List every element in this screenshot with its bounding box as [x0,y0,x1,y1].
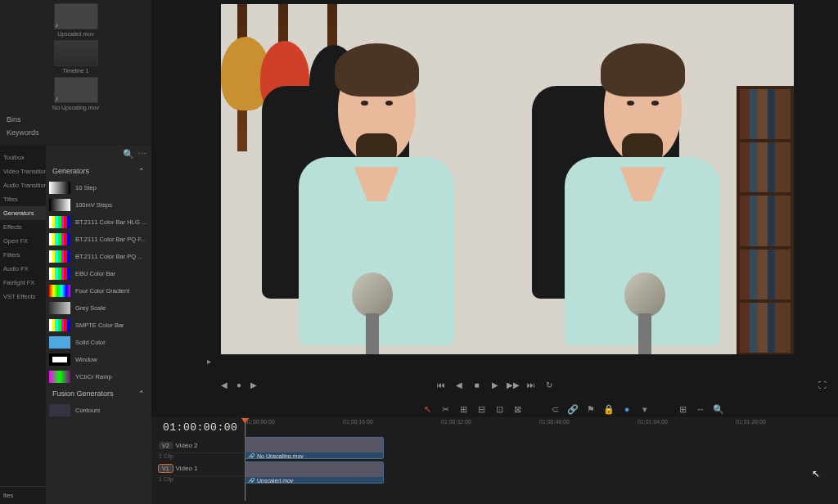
last-frame-button[interactable]: ⏭ [525,379,537,390]
selection-tool-icon[interactable]: ↖ [421,403,434,415]
ruler-tick: 01:00:48:00 [539,419,570,425]
flag-icon[interactable]: ⚑ [584,403,597,415]
playhead[interactable] [245,419,246,501]
generator-item[interactable]: BT.2111 Color Bar PQ ... [46,248,151,265]
track-headers: V2 Video 2 1 Clip V1 Video 1 1 Clip [155,439,244,484]
snap-icon[interactable]: ⊂ [548,403,561,415]
link-icon[interactable]: 🔗 [566,403,579,415]
generator-swatch [49,268,70,280]
jog-right-icon[interactable]: ▶ [248,379,259,390]
favorites-tab[interactable]: ites [0,486,46,504]
generator-item[interactable]: 100mV Steps [46,196,151,214]
media-item[interactable]: Timeline 1 [23,40,129,74]
lock-icon[interactable]: 🔒 [602,403,615,415]
generator-item[interactable]: SMPTE Color Bar [46,317,151,334]
generator-item[interactable]: Four Color Gradient [46,282,151,299]
generator-swatch [49,302,70,314]
chevron-up-icon: ⌃ [138,167,145,175]
search-icon[interactable]: 🔍 [123,149,134,160]
mouse-cursor-icon: ↖ [812,468,820,479]
generator-swatch [49,182,70,194]
generator-item[interactable]: BT.2111 Color Bar PQ F... [46,231,151,248]
generator-label: SMPTE Color Bar [75,322,124,329]
category-titles[interactable]: Titles [0,192,46,206]
generator-item[interactable]: 10 Step [46,179,151,196]
category-vst[interactable]: VST Effects [0,290,46,304]
generator-item[interactable]: YCbCr Ramp [46,368,151,385]
first-frame-button[interactable]: ⏮ [435,379,447,390]
generator-label: BT.2111 Color Bar PQ F... [75,236,146,243]
track-name: Video 2 [176,442,198,449]
media-item[interactable]: ♪ No Upscaling.mov [23,77,129,110]
play-button[interactable]: ▶ [489,379,501,390]
zoom-icon[interactable]: 🔍 [712,403,725,415]
category-filters[interactable]: Filters [0,248,46,262]
program-viewer[interactable] [221,4,794,354]
loop-button[interactable]: ↻ [543,379,555,390]
generator-label: 100mV Steps [75,201,112,209]
smart-bins-section: Bins Keywords [0,106,151,146]
expand-button[interactable]: ⛶ [817,379,828,390]
generator-item[interactable]: Solid Color [46,334,151,351]
jog-dot-icon[interactable]: ● [233,379,245,390]
track-sub: 1 Clip [155,476,244,484]
category-openfx[interactable]: Open FX [0,234,46,248]
generator-item[interactable]: BT.2111 Color Bar HLG ... [46,214,151,231]
more-icon[interactable]: ⋯ [137,149,146,160]
expand-viewer-icon[interactable]: ▸ [207,357,211,366]
generator-label: YCbCr Ramp [75,373,112,380]
ruler-tick: 01:01:20:00 [736,419,766,425]
generator-label: Grey Scale [75,304,106,312]
generator-swatch [49,336,70,349]
track-badge: V2 [159,442,173,449]
link-icon: 🔗 [248,453,255,460]
replace-tool-icon[interactable]: ⊠ [511,403,524,415]
timeline-ruler[interactable]: 01:00:00:00 01:00:16:00 01:00:32:00 01:0… [245,419,835,434]
ruler-tick: 01:00:00:00 [245,419,275,425]
generator-swatch [49,199,70,211]
category-audiofx[interactable]: Audio FX [0,262,46,276]
marker-dropdown-icon[interactable]: ▾ [638,403,651,415]
fusion-generators-header[interactable]: Fusion Generators ⌃ [46,385,151,402]
insert-tool-icon[interactable]: ⊟ [475,403,488,415]
generator-item[interactable]: Window [46,351,151,368]
category-video-transitions[interactable]: Video Transitions [0,164,46,178]
generator-item[interactable]: Grey Scale [46,299,151,317]
track-header-v2[interactable]: V2 Video 2 [155,439,244,453]
prev-frame-button[interactable]: ◀ [453,379,465,390]
track-header-v1[interactable]: V1 Video 1 [155,461,244,476]
ruler-tick: 01:00:32:00 [441,419,471,425]
effects-library: Toolbox Video Transitions Audio Transiti… [0,146,151,504]
clip-v2[interactable]: 🔗No Upscaling.mov [245,437,384,459]
timecode-display[interactable]: 01:00:00:00 [163,421,237,434]
generator-item[interactable]: Contours [46,402,151,419]
generators-header[interactable]: Generators ⌃ [46,163,151,179]
category-audio-transitions[interactable]: Audio Transitions [0,178,46,192]
media-item[interactable]: ♪ Upscaled.mov [23,3,129,37]
bins-filter[interactable]: Bins [7,113,145,126]
next-frame-button[interactable]: ▶▶ [507,379,519,390]
view-options-icon[interactable]: ⊞ [676,403,689,415]
viewer-area: ▸ [151,0,838,364]
audio-badge-icon: ♪ [56,22,59,28]
category-fairlightfx[interactable]: Fairlight FX [0,276,46,290]
clip-v1[interactable]: 🔗Upscaled.mov [245,461,384,484]
viewer-right-half [507,4,794,354]
category-generators[interactable]: Generators [0,206,46,220]
marker-icon[interactable]: ● [620,403,633,415]
zoom-fit-icon[interactable]: ↔ [694,403,707,415]
generator-item[interactable]: EBU Color Bar [46,265,151,282]
ruler-tick: 01:01:04:00 [638,419,668,425]
generator-label: BT.2111 Color Bar PQ ... [75,253,143,260]
trim-tool-icon[interactable]: ⊞ [457,403,470,415]
jog-left-icon[interactable]: ◀ [219,379,230,390]
keywords-filter[interactable]: Keywords [7,126,145,139]
category-toolbox[interactable]: Toolbox [0,151,46,164]
blade-tool-icon[interactable]: ✂ [439,403,452,415]
viewer-left-half [221,4,507,354]
category-effects[interactable]: Effects [0,220,46,234]
overwrite-tool-icon[interactable]: ⊡ [493,403,506,415]
stop-button[interactable]: ■ [471,379,483,390]
track-badge: V1 [159,465,173,472]
transport-controls: ◀ ● ▶ ⏮ ◀ ■ ▶ ▶▶ ⏭ ↻ ⛶ [151,376,838,393]
